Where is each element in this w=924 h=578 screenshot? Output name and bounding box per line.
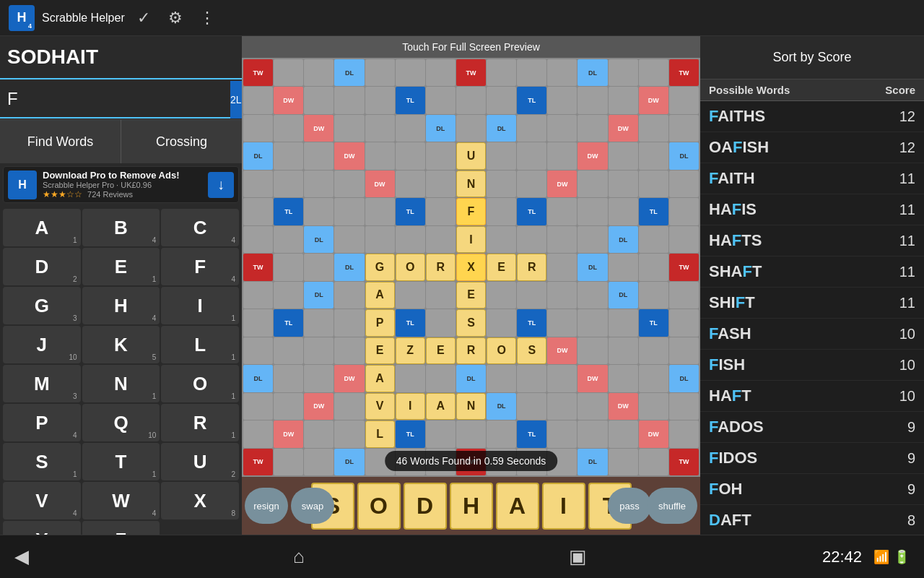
board-cell[interactable] [304,420,334,447]
board-cell[interactable]: TL [396,87,425,113]
board-cell[interactable]: TW [456,59,486,86]
board-cell[interactable] [334,171,364,197]
board-cell[interactable]: TW [243,449,273,475]
board-cell[interactable] [639,142,668,169]
board-area[interactable]: Touch For Full Screen Preview TWDLTWDLTW… [242,36,700,535]
board-cell[interactable] [304,254,334,280]
key-s[interactable]: S1 [3,443,81,480]
board-cell[interactable] [669,171,699,197]
board-cell[interactable]: TW [669,59,699,86]
board-cell[interactable] [334,309,364,336]
board-cell[interactable]: DL [487,393,516,420]
board-cell[interactable] [578,393,607,420]
rack-tile[interactable]: I [542,483,585,530]
board-cell[interactable] [669,309,699,336]
key-v[interactable]: V4 [3,482,81,519]
board-cell[interactable] [426,87,456,113]
find-words-button[interactable]: Find Words [0,120,121,163]
crossing-button[interactable]: Crossing [121,120,242,163]
board-cell[interactable]: TL [396,198,425,225]
key-b[interactable]: B4 [82,209,160,246]
board-cell[interactable] [487,309,516,336]
board-cell[interactable] [669,87,699,113]
board-cell[interactable] [609,87,638,113]
board-cell[interactable] [334,420,364,447]
board-cell[interactable] [609,309,638,336]
word-list-item[interactable]: SHAFT11 [700,256,924,288]
board-cell[interactable]: E [365,337,395,364]
board-cell[interactable] [487,365,516,392]
board-cell[interactable] [578,337,607,364]
board-cell[interactable] [487,420,516,447]
board-cell[interactable] [304,449,334,475]
board-cell[interactable]: P [365,309,395,336]
key-k[interactable]: K5 [82,326,160,363]
board-cell[interactable] [517,115,546,142]
board-cell[interactable]: L [365,420,395,447]
board-cell[interactable] [396,142,425,169]
board-cell[interactable] [609,254,638,280]
board-cell[interactable] [609,449,638,475]
board-cell[interactable] [547,226,577,253]
board-cell[interactable] [547,309,577,336]
board-cell[interactable] [243,87,273,113]
board-cell[interactable]: TL [274,198,303,225]
board-cell[interactable] [547,198,577,225]
board-cell[interactable] [396,282,425,309]
board-cell[interactable]: DL [456,365,486,392]
board-cell[interactable]: DL [609,226,638,253]
board-cell[interactable] [426,198,456,225]
board-cell[interactable]: DW [639,87,668,113]
board-cell[interactable] [517,282,546,309]
board-cell[interactable] [578,198,607,225]
board-cell[interactable] [243,337,273,364]
board-cell[interactable] [426,309,456,336]
board-cell[interactable] [243,226,273,253]
word-list-item[interactable]: DAFT8 [700,505,924,535]
board-cell[interactable] [365,198,395,225]
board-cell[interactable]: DL [578,449,607,475]
board-cell[interactable] [547,420,577,447]
board-cell[interactable] [669,115,699,142]
board-cell[interactable]: DL [487,115,516,142]
swap-button[interactable]: swap [291,488,334,524]
key-p[interactable]: P4 [3,404,81,441]
board-cell[interactable]: TL [396,309,425,336]
board-cell[interactable]: DW [334,142,364,169]
board-cell[interactable] [669,420,699,447]
board-cell[interactable] [426,365,456,392]
board-cell[interactable] [609,365,638,392]
board-cell[interactable]: DL [669,142,699,169]
board-cell[interactable]: DW [578,142,607,169]
key-r[interactable]: R1 [161,404,239,441]
key-o[interactable]: O1 [161,365,239,402]
board-cell[interactable] [426,226,456,253]
ad-download-button[interactable]: ↓ [208,172,234,198]
board-cell[interactable] [578,87,607,113]
crossing-input[interactable] [0,81,230,118]
board-cell[interactable] [517,59,546,86]
board-cell[interactable]: DW [304,115,334,142]
board-cell[interactable] [669,337,699,364]
board-cell[interactable] [334,87,364,113]
board-cell[interactable] [669,198,699,225]
board-cell[interactable] [578,309,607,336]
board-cell[interactable]: DL [334,59,364,86]
board-cell[interactable]: A [426,393,456,420]
key-a[interactable]: A1 [3,209,81,246]
board-cell[interactable]: DL [609,282,638,309]
board-cell[interactable] [396,226,425,253]
board-cell[interactable]: DL [334,449,364,475]
board-cell[interactable]: TL [517,309,546,336]
board-cell[interactable]: TL [517,420,546,447]
board-cell[interactable]: DW [547,171,577,197]
board-cell[interactable]: TW [669,254,699,280]
board-cell[interactable] [456,420,486,447]
key-x[interactable]: X8 [161,482,239,519]
board-cell[interactable] [334,226,364,253]
board-cell[interactable] [274,337,303,364]
board-cell[interactable]: DW [609,115,638,142]
board-cell[interactable]: TL [517,198,546,225]
board-cell[interactable] [243,309,273,336]
key-d[interactable]: D2 [3,248,81,285]
